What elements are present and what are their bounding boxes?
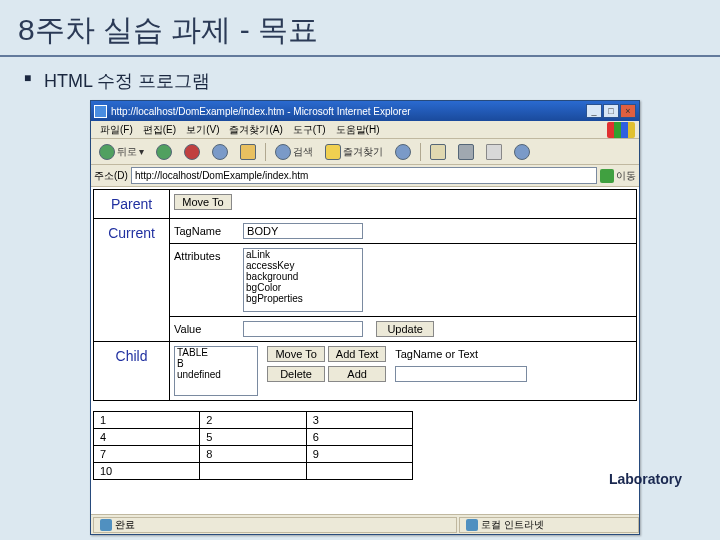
favorites-button[interactable]: 즐겨찾기 bbox=[320, 141, 388, 163]
back-icon bbox=[99, 144, 115, 160]
dom-editor-table: Parent Move To Current TagName Attribute… bbox=[93, 189, 637, 401]
address-label: 주소(D) bbox=[94, 169, 128, 183]
attributes-listbox[interactable]: aLink accessKey background bgColor bgPro… bbox=[243, 248, 363, 312]
update-button[interactable]: Update bbox=[376, 321, 434, 337]
address-bar: 주소(D) 이동 bbox=[91, 165, 639, 187]
child-moveto-button[interactable]: Move To bbox=[267, 346, 325, 362]
stop-icon bbox=[184, 144, 200, 160]
sample-table: 123 456 789 10 bbox=[93, 411, 413, 480]
minimize-button[interactable]: _ bbox=[586, 104, 602, 118]
go-button[interactable]: 이동 bbox=[600, 169, 636, 183]
child-item[interactable]: undefined bbox=[175, 369, 257, 380]
attr-item[interactable]: bgColor bbox=[244, 282, 362, 293]
table-row: 123 bbox=[94, 412, 413, 429]
forward-icon bbox=[156, 144, 172, 160]
go-icon bbox=[600, 169, 614, 183]
delete-button[interactable]: Delete bbox=[267, 366, 325, 382]
table-row: 789 bbox=[94, 446, 413, 463]
history-button[interactable] bbox=[390, 141, 416, 163]
print-icon bbox=[458, 144, 474, 160]
value-label: Value bbox=[174, 321, 240, 335]
print-button[interactable] bbox=[453, 141, 479, 163]
back-button[interactable]: 뒤로 ▾ bbox=[94, 141, 149, 163]
window-title: http://localhost/DomExample/index.htm - … bbox=[111, 106, 586, 117]
statusbar: 완료 로컬 인트라넷 bbox=[91, 514, 639, 534]
address-input[interactable] bbox=[131, 167, 597, 184]
attr-item[interactable]: background bbox=[244, 271, 362, 282]
attr-item[interactable]: aLink bbox=[244, 249, 362, 260]
child-label: Child bbox=[94, 342, 170, 401]
toolbar: 뒤로 ▾ 검색 즐겨찾기 bbox=[91, 139, 639, 165]
menu-file[interactable]: 파일(F) bbox=[95, 123, 138, 137]
done-icon bbox=[100, 519, 112, 531]
menubar: 파일(F) 편집(E) 보기(V) 즐겨찾기(A) 도구(T) 도움말(H) bbox=[91, 121, 639, 139]
child-listbox[interactable]: TABLE B undefined bbox=[174, 346, 258, 396]
table-row: 456 bbox=[94, 429, 413, 446]
child-item[interactable]: TABLE bbox=[175, 347, 257, 358]
parent-moveto-button[interactable]: Move To bbox=[174, 194, 232, 210]
messenger-icon bbox=[514, 144, 530, 160]
value-input[interactable] bbox=[243, 321, 363, 337]
add-button[interactable]: Add bbox=[328, 366, 386, 382]
tagname-input[interactable] bbox=[243, 223, 363, 239]
search-icon bbox=[275, 144, 291, 160]
parent-label: Parent bbox=[94, 190, 170, 219]
ie-icon bbox=[94, 105, 107, 118]
taghint-label: TagName or Text bbox=[395, 348, 478, 360]
slide-title: 8주차 실습 과제 - 목표 bbox=[0, 0, 720, 57]
star-icon bbox=[325, 144, 341, 160]
maximize-button[interactable]: □ bbox=[603, 104, 619, 118]
attr-item[interactable]: accessKey bbox=[244, 260, 362, 271]
stop-button[interactable] bbox=[179, 141, 205, 163]
edit-icon bbox=[486, 144, 502, 160]
messenger-button[interactable] bbox=[509, 141, 535, 163]
status-zone: 로컬 인트라넷 bbox=[481, 518, 544, 532]
menu-help[interactable]: 도움말(H) bbox=[331, 123, 385, 137]
refresh-button[interactable] bbox=[207, 141, 233, 163]
titlebar: http://localhost/DomExample/index.htm - … bbox=[91, 101, 639, 121]
status-done: 완료 bbox=[115, 518, 135, 532]
footer-label: Laboratory bbox=[609, 471, 682, 487]
mail-button[interactable] bbox=[425, 141, 451, 163]
addtext-button[interactable]: Add Text bbox=[328, 346, 386, 362]
zone-icon bbox=[466, 519, 478, 531]
home-button[interactable] bbox=[235, 141, 261, 163]
tag-input[interactable] bbox=[395, 366, 527, 382]
search-button[interactable]: 검색 bbox=[270, 141, 318, 163]
menu-favorites[interactable]: 즐겨찾기(A) bbox=[224, 123, 287, 137]
home-icon bbox=[240, 144, 256, 160]
forward-button[interactable] bbox=[151, 141, 177, 163]
tagname-label: TagName bbox=[174, 223, 240, 237]
edit-button[interactable] bbox=[481, 141, 507, 163]
content-area: Parent Move To Current TagName Attribute… bbox=[91, 187, 639, 514]
menu-view[interactable]: 보기(V) bbox=[181, 123, 224, 137]
refresh-icon bbox=[212, 144, 228, 160]
menu-edit[interactable]: 편집(E) bbox=[138, 123, 181, 137]
close-button[interactable]: × bbox=[620, 104, 636, 118]
attr-item[interactable]: bgProperties bbox=[244, 293, 362, 304]
menu-tools[interactable]: 도구(T) bbox=[288, 123, 331, 137]
ie-window: http://localhost/DomExample/index.htm - … bbox=[90, 100, 640, 535]
mail-icon bbox=[430, 144, 446, 160]
current-label: Current bbox=[94, 219, 170, 342]
child-item[interactable]: B bbox=[175, 358, 257, 369]
slide-bullet: HTML 수정 프로그램 bbox=[0, 57, 720, 99]
windows-logo-icon bbox=[607, 122, 635, 138]
history-icon bbox=[395, 144, 411, 160]
attributes-label: Attributes bbox=[174, 248, 240, 262]
table-row: 10 bbox=[94, 463, 413, 480]
